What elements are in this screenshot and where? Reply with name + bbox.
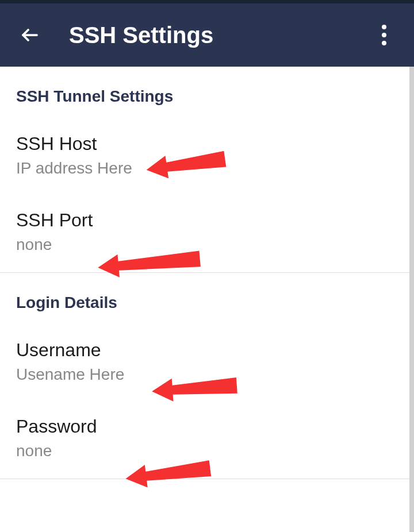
back-arrow-icon xyxy=(20,25,40,45)
ssh-port-label: SSH Port xyxy=(16,210,393,231)
back-button[interactable] xyxy=(16,21,44,49)
annotation-arrow-icon xyxy=(125,457,212,492)
more-vertical-icon xyxy=(382,25,386,45)
password-setting[interactable]: Password none xyxy=(16,416,393,460)
login-section-header: Login Details xyxy=(16,294,393,312)
username-label: Username xyxy=(16,340,393,361)
more-options-button[interactable] xyxy=(370,21,398,49)
svg-point-2 xyxy=(382,33,386,37)
ssh-port-setting[interactable]: SSH Port none xyxy=(16,210,393,254)
annotation-arrow-icon xyxy=(146,148,227,183)
svg-point-1 xyxy=(382,25,386,29)
annotation-arrow-icon xyxy=(98,247,201,282)
annotation-arrow-icon xyxy=(152,372,238,407)
svg-point-3 xyxy=(382,41,386,45)
tunnel-section-header: SSH Tunnel Settings xyxy=(16,87,393,106)
page-title: SSH Settings xyxy=(69,22,213,48)
ssh-port-value: none xyxy=(16,236,393,254)
password-label: Password xyxy=(16,416,393,437)
app-bar: SSH Settings xyxy=(0,3,414,67)
